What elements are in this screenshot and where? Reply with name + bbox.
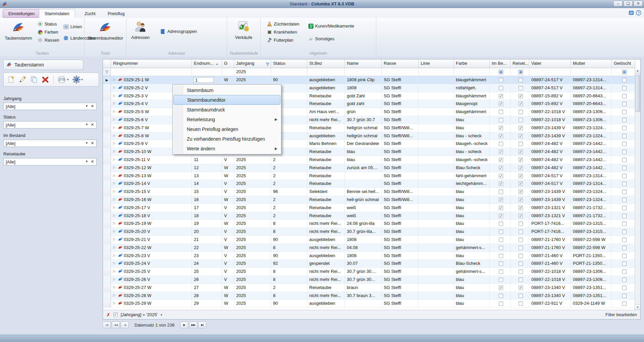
expand-row-icon[interactable]: ▷ (113, 237, 118, 241)
cell-geloescht[interactable] (612, 100, 635, 108)
cell-imbe[interactable]: ✓ (490, 92, 511, 100)
cell-stbez[interactable]: Reisetaube (307, 180, 345, 188)
cell-rasse[interactable]: SG Steffl (382, 148, 419, 156)
cell-name[interactable]: 30.07 (345, 260, 382, 268)
cell-stbez[interactable]: Reisetaube (307, 156, 345, 164)
cell-rasse[interactable]: SG Steffl (382, 108, 419, 116)
cell-reiset[interactable] (511, 244, 529, 252)
sonstiges-button[interactable]: Sonstiges (307, 35, 356, 42)
cell-ring[interactable]: ▷ 0329-25-15 V (111, 188, 192, 196)
cell-ring[interactable]: ▷ 0329-25-27 W (111, 284, 192, 292)
cell-imbe[interactable]: ✓ (490, 164, 511, 172)
cell-geloescht[interactable] (612, 76, 635, 84)
cell-name[interactable]: zurück am 05.... (345, 164, 382, 172)
cell-endnum[interactable]: 17 (192, 204, 222, 212)
cell-name[interactable]: Bennie sel.hell... (345, 188, 382, 196)
autofilter-cell-reiset[interactable] (511, 68, 529, 76)
rassen-button[interactable]: Rassen (36, 37, 61, 44)
cell-geloescht[interactable] (612, 156, 635, 164)
scroll-up-icon[interactable]: ▲ (635, 68, 640, 74)
cell-g[interactable]: W (222, 76, 234, 84)
cell-status[interactable]: 90 (271, 76, 307, 84)
geloescht-checkbox[interactable] (622, 174, 627, 178)
cell-endnum[interactable]: 12 (192, 164, 222, 172)
cell-name[interactable]: 1808 (345, 236, 382, 244)
expand-row-icon[interactable]: ▷ (113, 109, 118, 113)
nav-last-button[interactable]: ▶| (198, 322, 206, 328)
cell-jahrgang[interactable]: 2025 (234, 76, 271, 84)
cell-endnum[interactable]: 13 (192, 172, 222, 180)
cell-farbe[interactable]: blaugehämmert (454, 108, 490, 116)
cell-g[interactable]: V (222, 180, 234, 188)
cell-jahrgang[interactable]: 2025 (234, 268, 271, 276)
cell-rasse[interactable]: SG Steffl (382, 84, 419, 92)
expand-row-icon[interactable]: ▷ (113, 293, 118, 297)
cell-jahrgang[interactable]: 2025 (234, 252, 271, 260)
tab-stammdaten[interactable]: Stammdaten (39, 9, 75, 18)
cell-rasse[interactable]: SG Steffl/Will... (382, 132, 419, 140)
cell-farbe[interactable]: blau (454, 228, 490, 236)
cell-reiset[interactable] (511, 268, 529, 276)
cell-stbez[interactable]: nicht mehr Rei... (307, 228, 345, 236)
geloescht-checkbox[interactable] (622, 222, 627, 226)
cell-status[interactable]: 92 (271, 260, 307, 268)
cell-endnum[interactable]: 18 (192, 212, 222, 220)
chevron-down-icon[interactable]: ▼ (85, 141, 88, 145)
cell-g[interactable]: V (222, 212, 234, 220)
filter-checkbox[interactable] (519, 70, 523, 74)
farben-button[interactable]: Farben (36, 29, 61, 36)
table-row[interactable]: ▷ 0329-25-26 V26V20258nicht mehr Rei... … (103, 276, 635, 284)
imbe-checkbox[interactable]: ✓ (499, 174, 503, 178)
cell-endnum[interactable]: 28 (192, 292, 222, 300)
cell-endnum[interactable]: 16 (192, 196, 222, 204)
cell-linie[interactable] (419, 132, 454, 140)
cell-mutter[interactable]: PORT-21-1350... (571, 252, 612, 260)
cell-ring[interactable]: ▷ 0329-25-13 W (111, 172, 192, 180)
cell-stbez[interactable]: ausgeblieben (307, 76, 345, 84)
cell-endnum[interactable]: 21 (192, 236, 222, 244)
cell-endnum[interactable]: 1 (192, 76, 222, 84)
cell-status[interactable]: 96 (271, 188, 307, 196)
cell-stbez[interactable]: Reisetaube (307, 172, 345, 180)
cell-reiset[interactable]: ✓ (511, 212, 529, 220)
cell-mutter[interactable]: 08897-23-1306... (571, 268, 612, 276)
cell-farbe[interactable]: blaugeh.-scheck (454, 140, 490, 148)
geloescht-checkbox[interactable] (622, 150, 627, 154)
scroll-down-icon[interactable]: ▼ (635, 304, 640, 310)
cell-reiset[interactable] (511, 116, 529, 124)
expand-row-icon[interactable]: ▷ (113, 173, 118, 177)
maximize-button[interactable]: ❏ (624, 1, 633, 6)
reiset-checkbox[interactable]: ✓ (519, 150, 523, 154)
cell-vater[interactable]: 08897-24-517 V (529, 84, 571, 92)
cell-reiset[interactable]: ✓ (511, 156, 529, 164)
cell-jahrgang[interactable]: 2025 (234, 204, 271, 212)
autofilter-cell-stbez[interactable] (307, 68, 345, 76)
expand-row-icon[interactable]: ▷ (113, 253, 118, 257)
cell-reiset[interactable] (511, 276, 529, 284)
cell-vater[interactable]: 08897-23-1340 V (529, 292, 571, 300)
menu-item-neuen-preisflug-anlegen[interactable]: Neuen Preisflug anlegen (173, 124, 280, 134)
table-row[interactable]: ▷ 0329-25-29 W29W202590ausgebliebenSG St… (103, 300, 635, 308)
cell-mutter[interactable]: 08897-23-1315... (571, 220, 612, 228)
expand-row-icon[interactable]: ▷ (113, 165, 118, 169)
cell-name[interactable]: 30.7 grün 30.... (345, 268, 382, 276)
cell-g[interactable]: W (222, 244, 234, 252)
expand-row-icon[interactable]: ▷ (113, 245, 118, 249)
cell-reiset[interactable]: ✓ (511, 284, 529, 292)
cell-imbe[interactable]: ✓ (490, 100, 511, 108)
reiset-checkbox[interactable] (519, 254, 523, 258)
cell-reiset[interactable]: ✓ (511, 100, 529, 108)
cell-name[interactable]: Der Gestrandete (345, 140, 382, 148)
cell-jahrgang[interactable]: 2025 (234, 188, 271, 196)
cell-rasse[interactable]: SG Steffl (382, 260, 419, 268)
cell-imbe[interactable] (490, 244, 511, 252)
cell-geloescht[interactable] (612, 84, 635, 92)
cell-g[interactable]: V (222, 228, 234, 236)
cell-reiset[interactable]: ✓ (511, 148, 529, 156)
cell-g[interactable]: W (222, 220, 234, 228)
reiset-checkbox[interactable]: ✓ (519, 206, 523, 210)
cell-rasse[interactable]: SG Steffl (382, 180, 419, 188)
cell-name[interactable]: 30.7 grün 30.7 (345, 116, 382, 124)
cell-geloescht[interactable] (612, 148, 635, 156)
reiset-checkbox[interactable]: ✓ (519, 166, 523, 170)
